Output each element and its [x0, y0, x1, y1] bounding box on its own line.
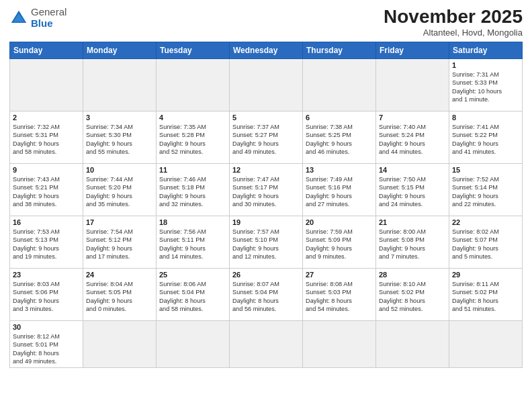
- weekday-header-thursday: Thursday: [303, 42, 376, 58]
- calendar-cell: 28Sunrise: 8:10 AM Sunset: 5:02 PM Dayli…: [376, 268, 449, 320]
- day-number: 3: [86, 113, 153, 122]
- calendar-cell: [157, 320, 230, 368]
- calendar-cell: 21Sunrise: 8:00 AM Sunset: 5:08 PM Dayli…: [376, 216, 449, 268]
- calendar-cell: 4Sunrise: 7:35 AM Sunset: 5:28 PM Daylig…: [157, 111, 230, 163]
- day-number: 18: [159, 218, 226, 226]
- title-block: November 2025 Altanteel, Hovd, Mongolia: [384, 7, 523, 38]
- day-info: Sunrise: 7:31 AM Sunset: 5:33 PM Dayligh…: [452, 71, 519, 104]
- weekday-header-sunday: Sunday: [10, 42, 83, 58]
- day-number: 13: [306, 166, 373, 174]
- calendar-week-row: 30Sunrise: 8:12 AM Sunset: 5:01 PM Dayli…: [10, 320, 523, 368]
- calendar-cell: 20Sunrise: 7:59 AM Sunset: 5:09 PM Dayli…: [303, 216, 376, 268]
- day-info: Sunrise: 8:12 AM Sunset: 5:01 PM Dayligh…: [13, 332, 80, 366]
- day-info: Sunrise: 8:11 AM Sunset: 5:02 PM Dayligh…: [452, 280, 519, 314]
- calendar-cell: 13Sunrise: 7:49 AM Sunset: 5:16 PM Dayli…: [303, 163, 376, 216]
- day-info: Sunrise: 8:04 AM Sunset: 5:05 PM Dayligh…: [86, 280, 153, 314]
- day-info: Sunrise: 7:32 AM Sunset: 5:31 PM Dayligh…: [13, 123, 80, 156]
- day-info: Sunrise: 7:49 AM Sunset: 5:16 PM Dayligh…: [306, 175, 373, 209]
- day-number: 16: [13, 218, 80, 226]
- day-number: 9: [13, 166, 80, 174]
- day-info: Sunrise: 7:53 AM Sunset: 5:13 PM Dayligh…: [13, 228, 80, 261]
- logo-icon: [9, 9, 28, 28]
- calendar-cell: [10, 58, 83, 111]
- calendar-cell: 3Sunrise: 7:34 AM Sunset: 5:30 PM Daylig…: [83, 111, 157, 163]
- logo-text: General Blue: [31, 7, 66, 29]
- day-info: Sunrise: 8:02 AM Sunset: 5:07 PM Dayligh…: [452, 228, 519, 261]
- day-info: Sunrise: 8:08 AM Sunset: 5:03 PM Dayligh…: [306, 280, 373, 314]
- day-info: Sunrise: 8:03 AM Sunset: 5:06 PM Dayligh…: [13, 280, 80, 314]
- calendar-cell: [376, 58, 449, 111]
- day-info: Sunrise: 8:07 AM Sunset: 5:04 PM Dayligh…: [232, 280, 300, 314]
- day-number: 11: [159, 166, 226, 174]
- calendar-week-row: 16Sunrise: 7:53 AM Sunset: 5:13 PM Dayli…: [10, 216, 523, 268]
- day-number: 23: [13, 271, 80, 279]
- calendar-week-row: 9Sunrise: 7:43 AM Sunset: 5:21 PM Daylig…: [10, 163, 523, 216]
- day-info: Sunrise: 7:43 AM Sunset: 5:21 PM Dayligh…: [13, 175, 80, 209]
- day-info: Sunrise: 7:47 AM Sunset: 5:17 PM Dayligh…: [232, 175, 300, 209]
- day-info: Sunrise: 7:46 AM Sunset: 5:18 PM Dayligh…: [159, 175, 226, 209]
- calendar-cell: 16Sunrise: 7:53 AM Sunset: 5:13 PM Dayli…: [10, 216, 83, 268]
- day-number: 24: [86, 271, 153, 279]
- calendar-cell: 9Sunrise: 7:43 AM Sunset: 5:21 PM Daylig…: [10, 163, 83, 216]
- day-info: Sunrise: 7:38 AM Sunset: 5:25 PM Dayligh…: [306, 123, 373, 156]
- day-info: Sunrise: 7:50 AM Sunset: 5:15 PM Dayligh…: [379, 175, 446, 209]
- calendar-cell: 19Sunrise: 7:57 AM Sunset: 5:10 PM Dayli…: [230, 216, 303, 268]
- day-number: 10: [86, 166, 153, 174]
- day-number: 1: [452, 61, 519, 69]
- day-number: 14: [379, 166, 446, 174]
- calendar-cell: 1Sunrise: 7:31 AM Sunset: 5:33 PM Daylig…: [449, 58, 523, 111]
- day-info: Sunrise: 7:54 AM Sunset: 5:12 PM Dayligh…: [86, 228, 153, 261]
- logo: General Blue: [9, 7, 66, 29]
- calendar-cell: 26Sunrise: 8:07 AM Sunset: 5:04 PM Dayli…: [230, 268, 303, 320]
- calendar-cell: 15Sunrise: 7:52 AM Sunset: 5:14 PM Dayli…: [449, 163, 523, 216]
- day-info: Sunrise: 7:57 AM Sunset: 5:10 PM Dayligh…: [232, 228, 300, 261]
- day-number: 30: [13, 323, 80, 331]
- day-number: 2: [13, 113, 80, 122]
- calendar-cell: 30Sunrise: 8:12 AM Sunset: 5:01 PM Dayli…: [10, 320, 83, 368]
- calendar-cell: [376, 320, 449, 368]
- calendar-cell: 18Sunrise: 7:56 AM Sunset: 5:11 PM Dayli…: [157, 216, 230, 268]
- logo-general: General: [31, 6, 66, 17]
- day-number: 22: [452, 218, 519, 226]
- calendar-cell: [303, 320, 376, 368]
- calendar-cell: [83, 320, 157, 368]
- calendar-table: SundayMondayTuesdayWednesdayThursdayFrid…: [9, 42, 523, 369]
- day-number: 5: [232, 113, 300, 122]
- calendar-cell: 22Sunrise: 8:02 AM Sunset: 5:07 PM Dayli…: [449, 216, 523, 268]
- calendar-cell: 24Sunrise: 8:04 AM Sunset: 5:05 PM Dayli…: [83, 268, 157, 320]
- day-info: Sunrise: 7:35 AM Sunset: 5:28 PM Dayligh…: [159, 123, 226, 156]
- calendar-cell: 17Sunrise: 7:54 AM Sunset: 5:12 PM Dayli…: [83, 216, 157, 268]
- day-number: 29: [452, 271, 519, 279]
- day-info: Sunrise: 7:56 AM Sunset: 5:11 PM Dayligh…: [159, 228, 226, 261]
- day-info: Sunrise: 8:10 AM Sunset: 5:02 PM Dayligh…: [379, 280, 446, 314]
- calendar-cell: [230, 320, 303, 368]
- day-info: Sunrise: 7:37 AM Sunset: 5:27 PM Dayligh…: [232, 123, 300, 156]
- day-number: 28: [379, 271, 446, 279]
- day-number: 21: [379, 218, 446, 226]
- day-info: Sunrise: 7:40 AM Sunset: 5:24 PM Dayligh…: [379, 123, 446, 156]
- calendar-cell: 8Sunrise: 7:41 AM Sunset: 5:22 PM Daylig…: [449, 111, 523, 163]
- calendar-body: 1Sunrise: 7:31 AM Sunset: 5:33 PM Daylig…: [10, 58, 523, 368]
- day-number: 27: [306, 271, 373, 279]
- day-number: 17: [86, 218, 153, 226]
- calendar-cell: 14Sunrise: 7:50 AM Sunset: 5:15 PM Dayli…: [376, 163, 449, 216]
- calendar-cell: 2Sunrise: 7:32 AM Sunset: 5:31 PM Daylig…: [10, 111, 83, 163]
- calendar-cell: 11Sunrise: 7:46 AM Sunset: 5:18 PM Dayli…: [157, 163, 230, 216]
- logo-blue: Blue: [31, 17, 53, 29]
- day-number: 8: [452, 113, 519, 122]
- month-title: November 2025: [384, 7, 523, 28]
- calendar-page: General Blue November 2025 Altanteel, Ho…: [0, 0, 532, 411]
- calendar-week-row: 1Sunrise: 7:31 AM Sunset: 5:33 PM Daylig…: [10, 58, 523, 111]
- day-number: 12: [232, 166, 300, 174]
- day-number: 26: [232, 271, 300, 279]
- day-number: 4: [159, 113, 226, 122]
- location-subtitle: Altanteel, Hovd, Mongolia: [384, 28, 523, 38]
- day-number: 20: [306, 218, 373, 226]
- calendar-cell: [83, 58, 157, 111]
- calendar-header: SundayMondayTuesdayWednesdayThursdayFrid…: [10, 42, 523, 58]
- weekday-header-tuesday: Tuesday: [157, 42, 230, 58]
- day-info: Sunrise: 8:06 AM Sunset: 5:04 PM Dayligh…: [159, 280, 226, 314]
- calendar-cell: [303, 58, 376, 111]
- weekday-header-saturday: Saturday: [449, 42, 523, 58]
- calendar-cell: 12Sunrise: 7:47 AM Sunset: 5:17 PM Dayli…: [230, 163, 303, 216]
